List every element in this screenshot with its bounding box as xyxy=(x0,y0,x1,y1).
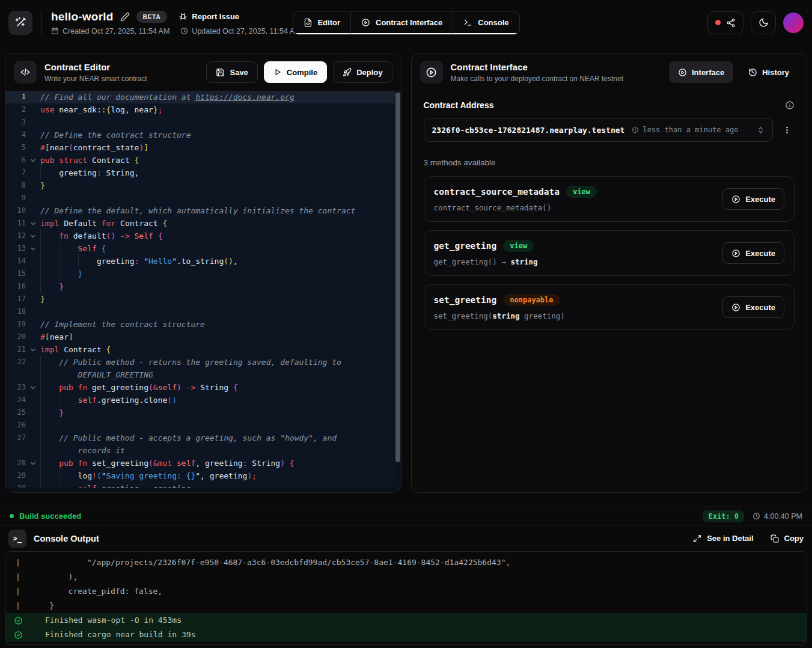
header-divider xyxy=(41,11,41,35)
terminal-icon xyxy=(463,18,472,27)
editor-subtitle: Write your NEAR smart contract xyxy=(44,75,147,83)
code-line: 5#[near(contract_state)] xyxy=(5,141,401,154)
execute-button[interactable]: Execute xyxy=(722,242,784,264)
report-issue-button[interactable]: Report Issue xyxy=(179,12,239,21)
wand-sparkles-icon xyxy=(14,17,26,29)
code-line: 20#[near] xyxy=(5,331,401,343)
tab-editor[interactable]: Editor xyxy=(293,11,350,34)
editor-scrollbar-thumb[interactable] xyxy=(395,93,400,462)
code-line: 23pub fn get_greeting(&self) -> String { xyxy=(5,381,401,394)
chevrons-up-down-icon xyxy=(757,126,765,134)
code-line: 17} xyxy=(5,293,401,305)
play-circle-icon xyxy=(731,303,740,312)
code-line: 8} xyxy=(5,179,401,192)
console-line: Finished cargo near build in 39s xyxy=(5,628,807,642)
build-time: 4:00:40 PM xyxy=(752,512,802,521)
tab-contract-interface[interactable]: Contract Interface xyxy=(350,11,453,34)
exit-code-badge: Exit: 0 xyxy=(703,510,744,522)
copy-icon xyxy=(771,534,779,543)
build-status: Build succeeded xyxy=(19,512,81,521)
interface-subtitle: Make calls to your deployed contract on … xyxy=(451,75,623,83)
console-output[interactable]: | "/app/projects/2326f07f-e950-4687-a3c6… xyxy=(5,551,807,645)
beta-badge: BETA xyxy=(136,11,168,23)
fold-chevron-icon[interactable] xyxy=(26,242,40,255)
code-line: 25} xyxy=(5,406,401,419)
compile-button[interactable]: Compile xyxy=(264,61,327,83)
code-line: 13Self { xyxy=(5,242,401,255)
play-circle-icon xyxy=(731,195,740,204)
method-badge: nonpayable xyxy=(503,294,560,306)
user-avatar[interactable] xyxy=(783,13,804,33)
contract-address-age: less than a minute ago xyxy=(632,126,738,134)
fold-chevron-icon[interactable] xyxy=(26,381,40,394)
code-line: 22// Public method - returns the greetin… xyxy=(5,356,401,368)
fold-chevron-icon[interactable] xyxy=(26,217,40,230)
code-line: 21impl Contract { xyxy=(5,343,401,356)
contract-address-select[interactable]: 2326f0-cb53ce-1762821487.nearplay.testne… xyxy=(424,118,774,142)
clock-icon xyxy=(752,512,760,520)
clock-icon xyxy=(180,27,188,35)
terminal-icon: >_ xyxy=(8,530,26,548)
main-content: Contract Editor Write your NEAR smart co… xyxy=(0,45,812,493)
code-editor[interactable]: 1// Find all our documentation at https:… xyxy=(5,91,401,492)
contract-address-value: 2326f0-cb53ce-1762821487.nearplay.testne… xyxy=(432,126,625,135)
method-signature: set_greeting(string greeting) xyxy=(434,311,565,320)
console-header: >_ Console Output See in Detail Copy xyxy=(0,525,812,551)
share-button[interactable] xyxy=(707,11,743,34)
play-icon xyxy=(273,68,282,76)
theme-toggle-button[interactable] xyxy=(751,11,776,34)
editor-scrollbar xyxy=(395,91,401,492)
code-line: 11impl Default for Contract { xyxy=(5,217,401,230)
code-icon xyxy=(14,61,37,84)
check-circle-icon xyxy=(5,616,31,625)
save-button[interactable]: Save xyxy=(206,61,257,83)
expand-icon xyxy=(693,534,701,543)
code-line: 19// Implement the contract structure xyxy=(5,318,401,331)
code-line: records it xyxy=(5,444,401,457)
method-signature: get_greeting() → string xyxy=(434,257,538,266)
console-line: Finished wasm-opt -O in 453ms xyxy=(5,613,807,628)
kebab-menu-icon xyxy=(783,126,792,135)
method-card-contract-source-metadata: contract_source_metadata view contract_s… xyxy=(424,176,795,222)
rocket-icon xyxy=(343,68,352,77)
fold-chevron-icon[interactable] xyxy=(26,343,40,356)
interface-view-button[interactable]: Interface xyxy=(669,61,733,83)
execute-button[interactable]: Execute xyxy=(722,296,784,318)
method-name: get_greeting xyxy=(434,241,497,251)
app-logo[interactable] xyxy=(8,11,32,35)
code-line: 26 xyxy=(5,419,401,432)
file-code-icon xyxy=(303,18,312,27)
console-title: Console Output xyxy=(34,534,99,543)
history-button[interactable]: History xyxy=(739,61,798,83)
calendar-icon xyxy=(51,27,59,35)
console-line: | "/app/projects/2326f07f-e950-4687-a3c6… xyxy=(5,555,807,570)
execute-button[interactable]: Execute xyxy=(722,188,784,210)
code-line: 16} xyxy=(5,280,401,293)
fold-chevron-icon[interactable] xyxy=(26,154,40,167)
see-in-detail-button[interactable]: See in Detail xyxy=(693,534,753,543)
code-line: 10// Define the default, which automatic… xyxy=(5,204,401,217)
fold-chevron-icon[interactable] xyxy=(26,230,40,242)
main-tab-bar: Editor Contract Interface Console xyxy=(292,11,519,35)
status-dot xyxy=(10,514,14,518)
info-icon[interactable] xyxy=(785,100,795,110)
copy-button[interactable]: Copy xyxy=(771,534,804,543)
method-badge: view xyxy=(566,186,597,198)
method-name: set_greeting xyxy=(434,295,497,305)
code-line: 15} xyxy=(5,267,401,280)
edit-pencil-icon[interactable] xyxy=(120,12,130,22)
clock-icon xyxy=(632,126,639,133)
address-menu-button[interactable] xyxy=(779,119,795,141)
code-line: 18 xyxy=(5,305,401,318)
method-badge: view xyxy=(503,240,534,252)
code-line: 4// Define the contract structure xyxy=(5,129,401,141)
play-circle-icon xyxy=(361,18,370,27)
fold-chevron-icon[interactable] xyxy=(26,457,40,469)
title-block: hello-world BETA Report Issue xyxy=(51,10,301,35)
contract-address-label: Contract Address xyxy=(424,100,494,110)
deploy-button[interactable]: Deploy xyxy=(333,61,392,83)
code-line: 14greeting: "Hello".to_string(), xyxy=(5,255,401,267)
play-circle-icon xyxy=(731,249,740,258)
tab-console[interactable]: Console xyxy=(453,11,519,34)
code-line: 2use near_sdk::{log, near}; xyxy=(5,103,401,116)
